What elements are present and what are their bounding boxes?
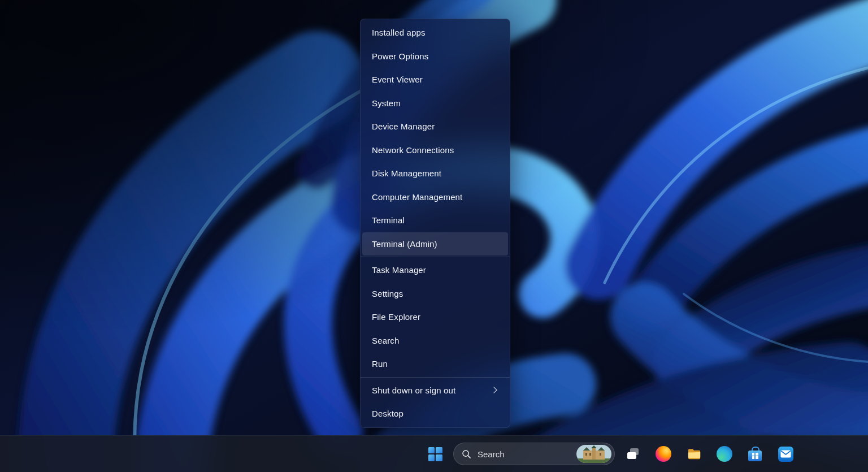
menu-item-event-viewer[interactable]: Event Viewer bbox=[361, 68, 510, 92]
menu-item-label: Shut down or sign out bbox=[372, 386, 455, 395]
start-button[interactable] bbox=[423, 441, 448, 466]
menu-item-label: Installed apps bbox=[372, 28, 426, 37]
menu-item-label: Disk Management bbox=[372, 168, 441, 178]
menu-item-label: Terminal (Admin) bbox=[372, 239, 437, 249]
winx-context-menu: Installed apps Power Options Event Viewe… bbox=[360, 19, 510, 428]
menu-item-label: Run bbox=[372, 359, 388, 369]
menu-separator bbox=[361, 257, 510, 257]
menu-item-desktop[interactable]: Desktop bbox=[361, 402, 510, 426]
edge-icon bbox=[717, 446, 732, 462]
menu-item-label: Computer Management bbox=[372, 192, 462, 202]
menu-item-network-connections[interactable]: Network Connections bbox=[361, 138, 510, 162]
menu-item-power-options[interactable]: Power Options bbox=[361, 45, 510, 68]
menu-item-label: Search bbox=[372, 336, 399, 345]
menu-item-label: Terminal bbox=[372, 215, 405, 225]
menu-item-computer-management[interactable]: Computer Management bbox=[361, 185, 510, 209]
menu-item-search[interactable]: Search bbox=[361, 329, 510, 353]
menu-item-terminal-admin[interactable]: Terminal (Admin) bbox=[362, 232, 508, 256]
menu-item-settings[interactable]: Settings bbox=[361, 282, 510, 306]
task-view-icon bbox=[626, 447, 640, 461]
edge-button[interactable] bbox=[712, 441, 737, 466]
outlook-icon bbox=[778, 447, 793, 462]
menu-item-file-explorer[interactable]: File Explorer bbox=[361, 305, 510, 329]
chevron-right-icon bbox=[491, 387, 497, 393]
menu-item-task-manager[interactable]: Task Manager bbox=[361, 258, 510, 282]
menu-item-label: System bbox=[372, 98, 401, 108]
menu-item-label: Power Options bbox=[372, 51, 428, 61]
menu-item-disk-management[interactable]: Disk Management bbox=[361, 162, 510, 185]
menu-item-label: Task Manager bbox=[372, 265, 426, 275]
menu-item-label: Desktop bbox=[372, 409, 403, 418]
microsoft-store-icon bbox=[748, 446, 762, 462]
search-highlight-thumbnail[interactable] bbox=[576, 445, 611, 463]
file-explorer-icon bbox=[687, 447, 702, 462]
menu-item-terminal[interactable]: Terminal bbox=[361, 209, 510, 232]
search-placeholder: Search bbox=[478, 449, 570, 459]
menu-item-installed-apps[interactable]: Installed apps bbox=[361, 21, 510, 45]
firefox-icon bbox=[656, 446, 671, 462]
outlook-button[interactable] bbox=[773, 441, 798, 466]
task-view-button[interactable] bbox=[620, 441, 645, 466]
menu-item-run[interactable]: Run bbox=[361, 352, 510, 376]
menu-item-label: Settings bbox=[372, 289, 403, 298]
taskbar-search-box[interactable]: Search bbox=[453, 443, 615, 465]
taskbar: Search bbox=[0, 435, 868, 472]
menu-item-device-manager[interactable]: Device Manager bbox=[361, 115, 510, 138]
windows-logo-icon bbox=[428, 447, 442, 461]
menu-item-label: File Explorer bbox=[372, 312, 420, 322]
file-explorer-button[interactable] bbox=[682, 441, 706, 466]
taskbar-pinned-group: Search bbox=[423, 436, 798, 472]
microsoft-store-button[interactable] bbox=[743, 441, 767, 466]
search-icon bbox=[462, 449, 471, 459]
firefox-button[interactable] bbox=[651, 441, 676, 466]
menu-item-label: Network Connections bbox=[372, 145, 454, 155]
menu-item-system[interactable]: System bbox=[361, 92, 510, 115]
menu-item-label: Event Viewer bbox=[372, 75, 423, 84]
menu-item-shut-down-or-sign-out[interactable]: Shut down or sign out bbox=[361, 379, 510, 402]
menu-separator bbox=[361, 377, 510, 378]
menu-item-label: Device Manager bbox=[372, 122, 435, 131]
